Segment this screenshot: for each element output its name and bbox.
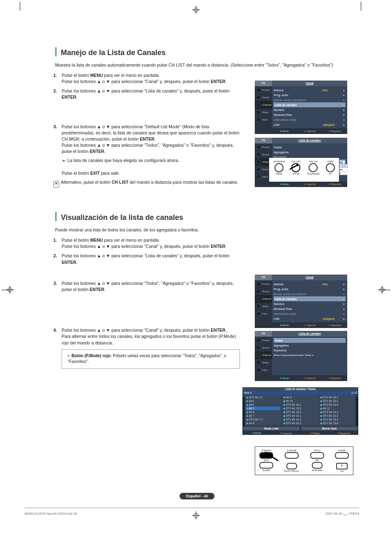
osd-canal-1: TVCanal Picture Sound Channel Setup Inpu… bbox=[255, 81, 347, 134]
exit-note: Pulse el botón EXIT para salir. bbox=[62, 170, 240, 176]
step-1-3: Pulse los botones ▲ o ▼ para seleccionar… bbox=[62, 124, 242, 177]
osd-lista-2: TVLista de canales Picture Sound Channel… bbox=[255, 331, 347, 381]
register-icon bbox=[378, 286, 386, 294]
footer-timestamp: 2007-03-29 ␣␣ 7:55:54 bbox=[325, 512, 359, 515]
footer-filename: BN68-01167A-Spa-00-0329.indd 40 bbox=[25, 512, 77, 515]
osd-canal-2: TVCanal Picture Sound Channel Setup Inpu… bbox=[255, 275, 347, 328]
remote-illustration-1: ANTENNAREW CH LISTSTOP FAV.CHPLAY/PAUSE … bbox=[269, 157, 339, 182]
section-2-intro: Puede mostrar una lista de todos los can… bbox=[55, 227, 357, 233]
note-icon: ➣ bbox=[62, 157, 66, 164]
step-1-1: Pulse el botón MENU para ver el menú en … bbox=[62, 72, 242, 85]
register-icon bbox=[192, 511, 200, 520]
pmode-note: • Botón (P.Mode) rojo: Púlselo varias ve… bbox=[62, 349, 240, 369]
step-1-2: Pulse los botones ▲ o ▼ para seleccionar… bbox=[62, 88, 242, 100]
section-2-title: Visualización de la lista de canales bbox=[55, 212, 357, 222]
remote-illustration-2: P.MODEMTSSLEEP S.MODEAUTO PROG. STILLPIP… bbox=[255, 446, 353, 475]
alt-note: Alternativo, pulse el botón CH LIST del … bbox=[61, 180, 238, 185]
section-1-intro: Muestra la lista de canales automaticame… bbox=[55, 62, 357, 68]
step-2-2: Pulse los botones ▲ o ▼ para seleccionar… bbox=[62, 253, 242, 265]
section-1-title: Manejo de la Lista de Canales bbox=[55, 47, 357, 57]
step-2-1: Pulse el botón MENU para ver el menú en … bbox=[62, 237, 242, 250]
remote-icon: ⌘ bbox=[53, 181, 59, 187]
step-2-3: Pulse los botones ▲ o ▼ para seleccionar… bbox=[62, 280, 242, 293]
page-badge: Español - 40 bbox=[180, 492, 214, 499]
step-2-4: Pulse los botones ▲ o ▼ para seleccionar… bbox=[62, 327, 242, 369]
register-icon bbox=[192, 6, 200, 14]
register-icon bbox=[6, 286, 14, 294]
channel-list-grid: Lista de canales / Todos Aire 51 / 2 ◄ ◆… bbox=[242, 387, 358, 435]
